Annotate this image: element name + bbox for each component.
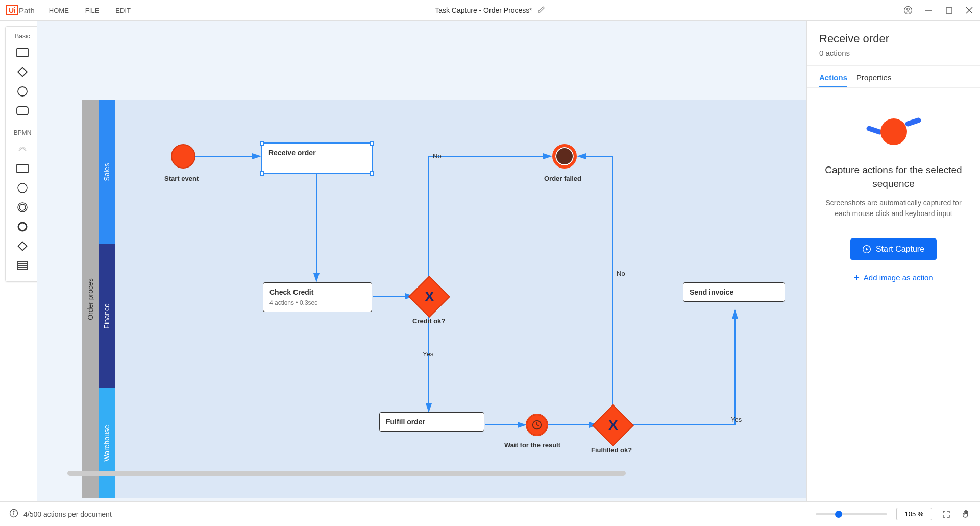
label-start-event: Start event [164, 175, 199, 182]
edge-label-yes1: Yes [423, 350, 433, 358]
node-receive-order[interactable]: Receive order [261, 142, 373, 174]
panel-message-title: Capture actions for the selected sequenc… [819, 163, 968, 190]
tab-actions[interactable]: Actions [819, 73, 847, 87]
lane-finance[interactable]: Finance [99, 244, 806, 388]
play-icon [863, 245, 871, 253]
tool-rectangle[interactable] [12, 44, 33, 61]
panel-title: Receive order [819, 32, 968, 45]
check-credit-title: Check Credit [270, 288, 365, 296]
tool-circle[interactable] [12, 83, 33, 100]
receive-order-title: Receive order [268, 149, 365, 157]
pool-title[interactable]: Order proces [82, 100, 99, 498]
check-credit-sub: 4 actions • 0.3sec [270, 299, 365, 306]
node-check-credit[interactable]: Check Credit 4 actions • 0.3sec [263, 282, 372, 312]
lane-warehouse-label: Warehouse [103, 425, 111, 461]
label-credit-ok: Credit ok? [412, 317, 445, 325]
lane-finance-label: Finance [103, 303, 111, 329]
minimize-icon[interactable] [924, 6, 933, 15]
zoom-slider-thumb[interactable] [835, 511, 842, 518]
tool-diamond[interactable] [12, 64, 33, 80]
panel-message-body: Screenshots are automatically captured f… [819, 198, 968, 219]
node-order-failed[interactable] [552, 144, 577, 169]
zoom-slider[interactable] [816, 513, 887, 515]
tool-rounded-rect[interactable] [12, 103, 33, 119]
svg-point-14 [18, 223, 27, 231]
fulfill-order-title: Fulfill order [386, 418, 478, 426]
status-text: 4/500 actions per document [23, 510, 112, 518]
tab-properties[interactable]: Properties [856, 73, 891, 87]
svg-rect-9 [17, 107, 28, 115]
plus-icon: + [854, 272, 860, 283]
node-send-invoice[interactable]: Send invoice [683, 282, 785, 302]
status-bar: 4/500 actions per document [0, 501, 980, 526]
side-panel: Receive order 0 actions Actions Properti… [806, 21, 980, 501]
node-start-event[interactable] [171, 144, 195, 169]
tool-collapse-icon[interactable] [12, 141, 33, 157]
start-capture-label: Start Capture [876, 245, 924, 254]
tool-bpmn-task[interactable] [12, 160, 33, 177]
account-icon[interactable] [903, 6, 913, 15]
label-fulfilled-ok: Fiulfilled ok? [591, 446, 632, 454]
app-logo: UiPath [6, 5, 35, 15]
diagram-canvas[interactable]: Order proces Sales Finance Warehouse [37, 21, 806, 501]
menu-file[interactable]: FILE [85, 7, 99, 14]
toolbox-bpmn-label: BPMN [14, 129, 32, 136]
svg-line-26 [537, 425, 539, 426]
lane-sales-label: Sales [103, 163, 111, 181]
close-icon[interactable] [965, 6, 974, 15]
logo-suffix: Path [19, 6, 35, 15]
shape-toolbox: Basic BPMN [5, 26, 40, 282]
panel-subtitle: 0 actions [819, 49, 968, 57]
tool-bpmn-start-event[interactable] [12, 180, 33, 196]
title-text: Task Capture - Order Process* [435, 6, 532, 14]
svg-point-13 [19, 204, 26, 210]
add-image-label: Add image as action [864, 273, 933, 282]
lane-warehouse[interactable]: Warehouse [99, 388, 806, 498]
horizontal-scrollbar[interactable] [67, 471, 626, 476]
svg-point-8 [18, 87, 27, 96]
tool-bpmn-data-object[interactable] [12, 257, 33, 274]
edge-label-yes2: Yes [731, 416, 742, 423]
menu-edit[interactable]: EDIT [115, 7, 131, 14]
edge-label-no2: No [617, 270, 625, 277]
maximize-icon[interactable] [944, 6, 953, 15]
pan-hand-icon[interactable] [961, 509, 971, 519]
menu-home[interactable]: HOME [49, 7, 69, 14]
label-order-failed: Order failed [544, 175, 581, 182]
send-invoice-title: Send invoice [690, 288, 778, 296]
tool-bpmn-intermediate-event[interactable] [12, 199, 33, 216]
svg-point-11 [18, 183, 27, 193]
add-image-action-link[interactable]: + Add image as action [854, 272, 933, 283]
svg-rect-6 [17, 49, 28, 57]
toolbox-basic-label: Basic [15, 33, 30, 40]
svg-rect-10 [17, 164, 28, 173]
swimlane-pool[interactable]: Order proces Sales Finance Warehouse [82, 100, 806, 498]
svg-point-1 [907, 8, 910, 11]
lane-sales[interactable]: Sales [99, 100, 806, 244]
tool-bpmn-gateway[interactable] [12, 238, 33, 254]
start-capture-button[interactable]: Start Capture [850, 238, 937, 260]
edit-title-icon[interactable] [537, 6, 545, 15]
mascot-icon [868, 113, 919, 149]
svg-point-31 [13, 511, 14, 512]
info-icon[interactable] [9, 509, 18, 519]
svg-rect-15 [18, 242, 27, 251]
title-bar: UiPath HOME FILE EDIT Task Capture - Ord… [0, 0, 980, 21]
main-menu: HOME FILE EDIT [49, 7, 131, 14]
zoom-input[interactable] [896, 508, 932, 520]
svg-marker-28 [866, 248, 868, 251]
document-title: Task Capture - Order Process* [435, 6, 545, 15]
tool-bpmn-end-event[interactable] [12, 219, 33, 235]
node-fulfill-order[interactable]: Fulfill order [379, 412, 484, 432]
logo-prefix: Ui [6, 5, 18, 15]
svg-rect-3 [946, 7, 951, 13]
fit-screen-icon[interactable] [941, 509, 951, 519]
label-wait-result: Wait for the result [504, 441, 560, 449]
node-wait-timer[interactable] [526, 414, 548, 436]
edge-label-no1: No [433, 152, 442, 160]
svg-rect-7 [18, 68, 27, 77]
